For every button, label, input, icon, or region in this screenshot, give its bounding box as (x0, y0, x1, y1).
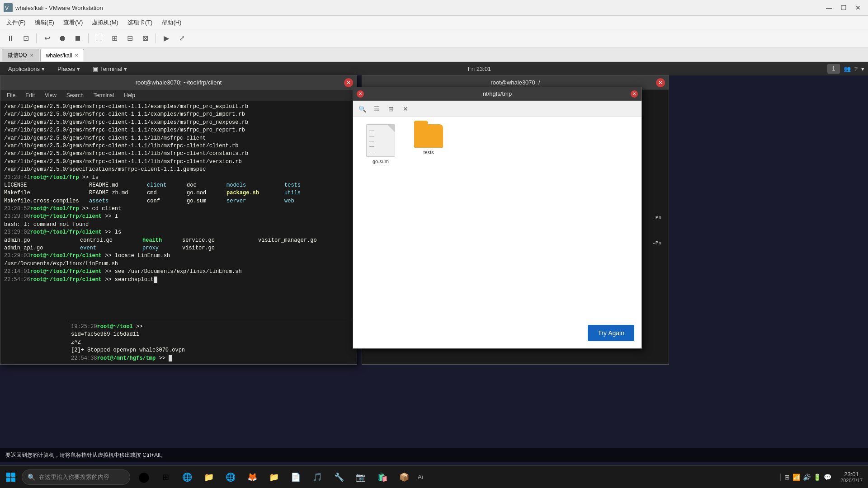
terminal-main-menubar: File Edit View Search Terminal Help (0, 89, 357, 101)
win-taskbar-time[interactable]: 23:01 2020/7/17 (835, 471, 868, 483)
taskbar-store[interactable]: 🛍️ (373, 467, 392, 487)
taskbar-app13[interactable]: 📦 (394, 467, 414, 487)
filemanager-close-x[interactable]: ✕ (357, 90, 364, 98)
terminal-main-close[interactable]: ✕ (344, 78, 353, 87)
taskbar-view[interactable]: ⊞ (156, 467, 175, 487)
term-see-prompt: 22:14:01root@~/tool/frp/client >> see /u… (4, 268, 353, 276)
menu-tab[interactable]: 选项卡(T) (123, 17, 157, 28)
term-ls2-prompt: 23:29:02root@~/tool/frp/client >> ls (4, 229, 353, 236)
vmware-toolbar: ⏸ ⊡ ↩ ⏺ ⏹ ⛶ ⊞ ⊟ ⊠ ▶ ⤢ (0, 29, 868, 47)
vmware-win-controls: — ❐ ✕ (823, 3, 864, 13)
toolbar-btn1[interactable]: ⊡ (19, 32, 33, 45)
term-line-7: /var/lib/gems/2.5.0/gems/msfrpc-client-1… (4, 150, 353, 158)
term-menu-view[interactable]: View (40, 91, 61, 99)
maximize-button[interactable]: ❐ (837, 3, 850, 13)
tab-kali[interactable]: whales'kali ✕ (40, 49, 85, 61)
tab-wechatqq[interactable]: 微信QQ ✕ (2, 49, 39, 61)
kali-menu-arrow[interactable]: ▾ (861, 66, 864, 72)
fm-grid-btn[interactable]: ⊞ (385, 103, 397, 115)
menu-edit[interactable]: 编辑(E) (30, 17, 59, 28)
toolbar-snap3[interactable]: ⊠ (138, 32, 152, 45)
fm-search-btn[interactable]: 🔍 (356, 103, 368, 115)
tray-volume-icon[interactable]: 🔊 (803, 474, 811, 481)
term-menu-help[interactable]: Help (119, 91, 140, 99)
filemanager-main: —————————— go.sum tests (353, 117, 642, 348)
tab-wechatqq-close[interactable]: ✕ (30, 53, 33, 58)
terminal-bg-title: root@whale3070: / (491, 79, 540, 86)
term-menu-terminal[interactable]: Terminal (89, 91, 118, 99)
taskbar-edge[interactable]: 🌐 (177, 467, 197, 487)
taskbar-cortana[interactable]: ⬤ (134, 467, 154, 487)
try-again-button[interactable]: Try Again (588, 325, 634, 341)
menu-help[interactable]: 帮助(H) (157, 17, 186, 28)
win-search-bar[interactable]: 🔍 在这里输入你要搜索的内容 (22, 469, 130, 485)
toolbar-btn4[interactable]: ⏹ (71, 32, 85, 45)
close-button[interactable]: ✕ (852, 3, 864, 13)
kali-places-btn[interactable]: Places ▾ (53, 65, 85, 73)
kali-question-icon[interactable]: ? (854, 66, 858, 72)
kali-topbar-right: 1 👥 ? ▾ (827, 64, 864, 74)
kali-applications-btn[interactable]: Applications ▾ (4, 65, 49, 73)
taskbar-pdf[interactable]: 📄 (286, 467, 306, 487)
kali-users-icon[interactable]: 👥 (844, 66, 851, 72)
fm-icon-tests (414, 124, 443, 148)
kali-notify-bar: 要返回到您的计算机，请将鼠标指针从虚拟机中移出或按 Ctrl+Alt。 (0, 448, 868, 462)
filemanager-close2[interactable]: ✕ (631, 90, 638, 98)
toolbar-btn3[interactable]: ⏺ (56, 32, 69, 45)
toolbar-sep3 (156, 33, 156, 43)
tray-grid-icon[interactable]: ⊞ (784, 474, 790, 481)
terminal-bg-close[interactable]: ✕ (656, 78, 665, 87)
term-cd-prompt: 23:28:52root@~/tool/frp >> cd client (4, 205, 353, 213)
taskbar-chrome[interactable]: 🌐 (221, 467, 241, 487)
menu-file[interactable]: 文件(F) (2, 17, 30, 28)
fm-close-btn[interactable]: ✕ (399, 103, 412, 115)
toolbar-snap2[interactable]: ⊟ (123, 32, 137, 45)
tray-battery-icon[interactable]: 🔋 (813, 474, 821, 481)
term-line-9: /var/lib/gems/2.5.0/specifications/msfrp… (4, 166, 353, 174)
vmware-tabs: 微信QQ ✕ whales'kali ✕ (0, 47, 868, 62)
menu-vm[interactable]: 虚拟机(M) (87, 17, 123, 28)
fm-label-tests: tests (423, 150, 434, 155)
taskbar-media[interactable]: 🎵 (307, 467, 327, 487)
tray-notification-icon[interactable]: 💬 (824, 474, 831, 481)
win-start-btn[interactable] (0, 466, 22, 488)
float-sub-line2: sid=fac5e989 1c5dad11 (71, 331, 353, 338)
terminal-main: root@whale3070: ~/tool/frp/client ✕ File… (0, 75, 357, 365)
toolbar-snap[interactable]: ⊞ (108, 32, 121, 45)
terminal-float-sub: 19:25:20root@~/tool >> sid=fac5e989 1c5d… (67, 321, 357, 364)
tray-network-icon[interactable]: 📶 (793, 474, 800, 481)
toolbar-btn2[interactable]: ↩ (40, 32, 54, 45)
fm-item-gosum[interactable]: —————————— go.sum (360, 124, 401, 164)
terminal-main-content[interactable]: /var/lib/gems/2.5.0/gems/msfrpc-client-1… (0, 101, 357, 364)
toolbar-expand[interactable]: ⤢ (175, 32, 189, 45)
minimize-button[interactable]: — (823, 3, 835, 13)
menu-view[interactable]: 查看(V) (59, 17, 87, 28)
taskbar-firefox[interactable]: 🦊 (242, 467, 262, 487)
term-menu-file[interactable]: File (2, 91, 20, 99)
toolbar-pause[interactable]: ⏸ (4, 32, 17, 45)
term-locate-prompt: 23:29:03root@~/tool/frp/client >> locate… (4, 252, 353, 260)
kali-notify-text: 要返回到您的计算机，请将鼠标指针从虚拟机中移出或按 Ctrl+Alt。 (5, 451, 166, 459)
term-search-prompt: 22:54:26root@~/tool/frp/client >> search… (4, 276, 353, 284)
term-line-5: /var/lib/gems/2.5.0/gems/msfrpc-client-1… (4, 135, 353, 142)
tab-wechatqq-label: 微信QQ (8, 52, 27, 59)
float-sub-line1: 19:25:20root@~/tool >> (71, 323, 353, 331)
toolbar-fullscreen[interactable]: ⛶ (92, 32, 106, 45)
float-sub-line3: z^Z (71, 339, 353, 347)
taskbar-tool[interactable]: 🔧 (329, 467, 349, 487)
tab-kali-close[interactable]: ✕ (75, 53, 78, 58)
fm-item-tests[interactable]: tests (408, 124, 449, 164)
filemanager-toolbar: 🔍 ☰ ⊞ ✕ (353, 101, 642, 117)
kali-notif-1[interactable]: 1 (827, 64, 840, 74)
taskbar-explorer[interactable]: 📁 (199, 467, 219, 487)
tab-kali-label: whales'kali (46, 52, 72, 59)
toolbar-console[interactable]: ▶ (160, 32, 173, 45)
term-menu-edit[interactable]: Edit (21, 91, 39, 99)
win-sq-1 (6, 473, 10, 477)
applications-arrow: ▾ (42, 66, 45, 72)
term-menu-search[interactable]: Search (62, 91, 88, 99)
taskbar-cam[interactable]: 📷 (351, 467, 371, 487)
kali-terminal-btn[interactable]: ▣ Terminal ▾ (88, 65, 132, 73)
taskbar-folder2[interactable]: 📁 (264, 467, 284, 487)
fm-list-btn[interactable]: ☰ (370, 103, 383, 115)
